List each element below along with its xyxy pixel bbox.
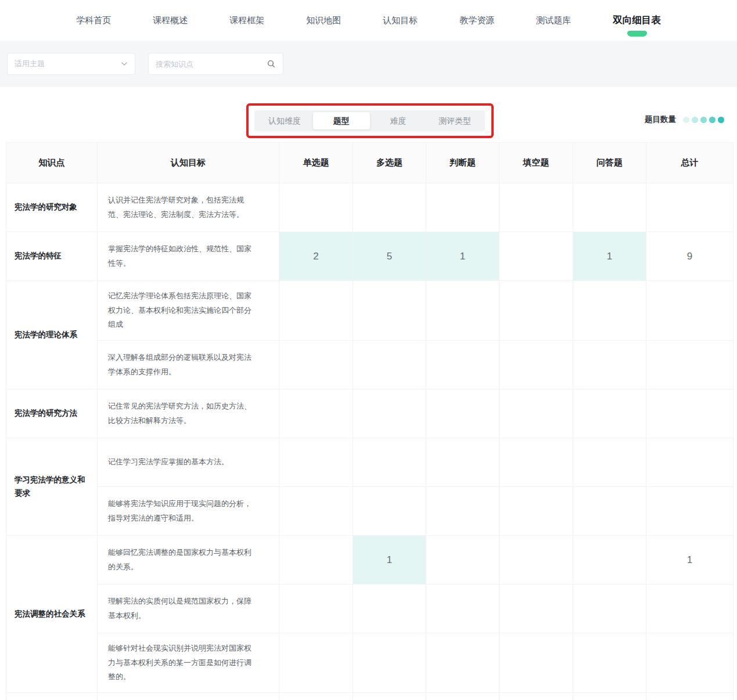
count-cell xyxy=(426,438,499,487)
filter-bar: 适用主题 xyxy=(0,41,737,87)
chevron-down-icon xyxy=(121,60,128,67)
cognitive-objective-cell: 深入理解各组成部分的逻辑联系以及对宪法学体系的支撑作用。 xyxy=(98,341,279,389)
table-row: 宪法学的研究方法记住常见的宪法学研究方法，如历史方法、比较方法和解释方法等。 xyxy=(6,389,734,438)
column-header: 判断题 xyxy=(426,143,499,183)
count-cell xyxy=(353,633,426,693)
knowledge-point-cell: 宪法学的理论体系 xyxy=(6,281,98,389)
top-nav: 学科首页课程概述课程框架知识地图认知目标教学资源测试题库双向细目表 xyxy=(0,0,737,41)
count-cell xyxy=(646,341,734,389)
cognitive-objective-cell: 理解宪法的实质何以是规范国家权力，保障基本权利。 xyxy=(98,584,279,633)
count-cell xyxy=(573,183,646,232)
table-row: 能够针对社会现实识别并说明宪法对国家权力与基本权利关系的某一方面是如何进行调整的… xyxy=(6,633,734,693)
empty-cell xyxy=(6,693,98,700)
count-cell xyxy=(279,487,353,536)
nav-item-6[interactable]: 测试题库 xyxy=(536,15,571,26)
count-cell xyxy=(499,232,573,281)
count-cell: 2 xyxy=(279,232,353,281)
nav-item-1[interactable]: 课程概述 xyxy=(153,15,188,26)
count-cell xyxy=(353,487,426,536)
table-row: 学习宪法学的意义和要求记住学习宪法学应掌握的基本方法。 xyxy=(6,438,734,487)
cognitive-objective-cell: 认识并记住宪法学研究对象，包括宪法规范、宪法理论、宪法制度、宪法方法等。 xyxy=(98,183,279,232)
count-cell xyxy=(499,183,573,232)
count-cell xyxy=(353,389,426,438)
nav-item-0[interactable]: 学科首页 xyxy=(76,15,111,26)
empty-cell xyxy=(279,693,353,700)
count-cell xyxy=(646,584,734,633)
count-cell: 1 xyxy=(426,232,499,281)
count-cell xyxy=(499,341,573,389)
topic-select[interactable]: 适用主题 xyxy=(7,53,135,75)
table-row-partial xyxy=(6,693,734,700)
nav-item-4[interactable]: 认知目标 xyxy=(383,15,418,26)
cognitive-objective-cell: 能够将宪法学知识应用于现实问题的分析，指导对宪法的遵守和适用。 xyxy=(98,487,279,536)
count-cell xyxy=(426,389,499,438)
count-cell xyxy=(573,389,646,438)
count-cell: 1 xyxy=(646,536,734,584)
search-input[interactable] xyxy=(156,60,267,68)
tab-1[interactable]: 题型 xyxy=(313,112,370,129)
count-cell xyxy=(499,487,573,536)
tab-3[interactable]: 测评类型 xyxy=(426,112,483,129)
count-dot-1 xyxy=(692,117,698,123)
count-dot-4 xyxy=(718,117,724,123)
column-header: 问答题 xyxy=(573,143,646,183)
table-row: 理解宪法的实质何以是规范国家权力，保障基本权利。 xyxy=(6,584,734,633)
empty-cell xyxy=(98,693,279,700)
cognitive-objective-cell: 记住常见的宪法学研究方法，如历史方法、比较方法和解释方法等。 xyxy=(98,389,279,438)
count-cell xyxy=(426,633,499,693)
count-cell xyxy=(279,389,353,438)
count-cell xyxy=(279,341,353,389)
column-header: 多选题 xyxy=(353,143,426,183)
count-cell xyxy=(426,341,499,389)
count-cell xyxy=(499,633,573,693)
search-icon[interactable] xyxy=(267,59,276,68)
column-header: 总计 xyxy=(646,143,734,183)
count-cell xyxy=(353,584,426,633)
count-cell: 5 xyxy=(353,232,426,281)
question-count-dots xyxy=(683,117,724,123)
question-count-label: 题目数量 xyxy=(645,114,676,125)
empty-cell xyxy=(353,693,426,700)
nav-item-5[interactable]: 教学资源 xyxy=(459,15,494,26)
specification-table: 知识点认知目标单选题多选题判断题填空题问答题总计 宪法学的研究对象认识并记住宪法… xyxy=(6,142,734,700)
knowledge-point-cell: 学习宪法学的意义和要求 xyxy=(6,438,98,536)
table-row: 能够将宪法学知识应用于现实问题的分析，指导对宪法的遵守和适用。 xyxy=(6,487,734,536)
table-row: 宪法调整的社会关系能够回忆宪法调整的是国家权力与基本权利的关系。11 xyxy=(6,536,734,584)
table-header-row: 知识点认知目标单选题多选题判断题填空题问答题总计 xyxy=(6,143,734,183)
nav-item-3[interactable]: 知识地图 xyxy=(306,15,341,26)
tab-0[interactable]: 认知维度 xyxy=(256,112,313,129)
column-header: 认知目标 xyxy=(98,143,279,183)
count-cell xyxy=(573,487,646,536)
column-header: 填空题 xyxy=(499,143,573,183)
count-cell xyxy=(279,183,353,232)
column-header: 知识点 xyxy=(6,143,98,183)
count-cell xyxy=(499,281,573,341)
count-cell xyxy=(353,341,426,389)
count-dot-0 xyxy=(683,117,689,123)
count-cell xyxy=(499,584,573,633)
count-cell xyxy=(573,281,646,341)
topic-select-placeholder: 适用主题 xyxy=(15,59,45,69)
nav-item-2[interactable]: 课程框架 xyxy=(229,15,264,26)
question-count: 题目数量 xyxy=(645,114,724,125)
nav-item-7[interactable]: 双向细目表 xyxy=(613,14,661,27)
count-cell xyxy=(499,536,573,584)
count-cell xyxy=(499,389,573,438)
count-cell xyxy=(426,536,499,584)
tab-2[interactable]: 难度 xyxy=(370,112,427,129)
search-box xyxy=(148,53,283,75)
count-cell xyxy=(499,438,573,487)
empty-cell xyxy=(573,693,646,700)
view-mode-tabs: 认知维度题型难度测评类型 xyxy=(254,110,485,131)
table-row: 宪法学的理论体系记忆宪法学理论体系包括宪法原理论、国家权力论、基本权利论和宪法实… xyxy=(6,281,734,341)
count-cell xyxy=(353,438,426,487)
empty-cell xyxy=(499,693,573,700)
count-cell xyxy=(279,536,353,584)
empty-cell xyxy=(646,693,734,700)
count-cell xyxy=(646,389,734,438)
cognitive-objective-cell: 记忆宪法学理论体系包括宪法原理论、国家权力论、基本权利论和宪法实施论四个部分组成 xyxy=(98,281,279,341)
count-cell xyxy=(573,584,646,633)
count-cell xyxy=(279,633,353,693)
count-cell xyxy=(279,584,353,633)
count-cell xyxy=(646,438,734,487)
